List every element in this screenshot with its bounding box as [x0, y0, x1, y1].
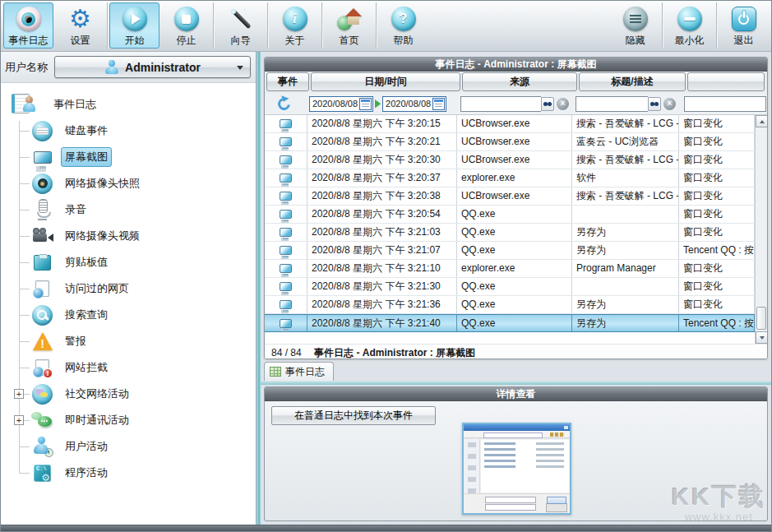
tree-root-event-log-root[interactable]: 事件日志 — [1, 91, 256, 118]
cell-desc: 窗口变化 — [679, 151, 755, 169]
cell-source: UCBrowser.exe — [457, 187, 572, 205]
title-filter-input[interactable] — [576, 96, 648, 112]
log-row[interactable]: 2020/8/8 星期六 下午 3:20:21UCBrowser.exe蓝奏云 … — [265, 133, 755, 151]
cell-source: explorer.exe — [457, 169, 572, 187]
help-icon: ? — [390, 6, 418, 32]
sidebar-item-visited-webpages[interactable]: 访问过的网页 — [1, 275, 256, 302]
log-row[interactable]: 2020/8/8 星期六 下午 3:20:54QQ.exe窗口变化 — [265, 206, 755, 224]
horizontal-splitter[interactable] — [261, 382, 771, 385]
toolbar-button-hide[interactable]: 隐藏 — [610, 2, 660, 49]
monitor-event-icon — [280, 155, 292, 164]
sidebar-item-search-queries[interactable]: 搜索查询 — [1, 302, 256, 328]
toolbar-divider — [376, 2, 377, 49]
date-from-field[interactable]: 2020/08/08 — [309, 96, 373, 112]
toolbar-divider — [662, 2, 663, 49]
event-screenshot-thumbnail[interactable] — [462, 423, 571, 515]
user-name-label: 用户名称 — [5, 60, 54, 75]
log-row[interactable]: 2020/8/8 星期六 下午 3:21:10explorer.exeProgr… — [265, 260, 755, 278]
log-row[interactable]: 2020/8/8 星期六 下午 3:21:40QQ.exe另存为Tencent … — [265, 314, 755, 332]
expand-icon[interactable]: + — [14, 415, 24, 425]
sidebar-item-social-network-activity[interactable]: +社交网络活动 — [1, 381, 256, 407]
log-row[interactable]: 2020/8/8 星期六 下午 3:20:15UCBrowser.exe搜索 -… — [265, 115, 755, 133]
clear-icon[interactable]: × — [663, 98, 676, 110]
date-to-field[interactable]: 2020/08/08 — [382, 96, 446, 112]
sidebar-item-keyboard-events[interactable]: 键盘事件 — [1, 118, 256, 144]
cell-source: UCBrowser.exe — [457, 115, 572, 132]
home-icon — [335, 6, 363, 32]
cell-datetime: 2020/8/8 星期六 下午 3:21:30 — [307, 278, 457, 295]
log-row[interactable]: 2020/8/8 星期六 下午 3:20:30UCBrowser.exe搜索 -… — [265, 151, 755, 169]
sidebar-item-audio-recording[interactable]: 录音 — [1, 197, 256, 223]
find-event-button[interactable]: 在普通日志中找到本次事件 — [271, 406, 436, 425]
sidebar-item-webcam-snapshots[interactable]: 网络摄像头快照 — [1, 170, 256, 197]
toolbar-button-wizard[interactable]: 向导 — [215, 2, 266, 49]
cell-datetime: 2020/8/8 星期六 下午 3:20:54 — [307, 206, 457, 223]
toolbar-button-home[interactable]: 首页 — [324, 2, 374, 49]
column-header-event[interactable]: 事件 — [266, 72, 309, 91]
cell-event — [265, 206, 307, 223]
column-header-cell-source: 来源 — [462, 72, 577, 92]
window-statusbar — [1, 525, 771, 531]
toolbar-button-start[interactable]: 开始 — [109, 2, 159, 49]
sidebar-item-screenshots[interactable]: 屏幕截图 — [1, 144, 256, 170]
status-line: 84 / 84 事件日志 - Administrator : 屏幕截图 — [265, 344, 767, 359]
clear-icon[interactable]: × — [557, 98, 569, 110]
toolbar-button-stop[interactable]: 停止 — [161, 2, 211, 49]
vertical-scrollbar[interactable] — [755, 115, 767, 344]
log-row[interactable]: 2020/8/8 星期六 下午 3:21:36QQ.exe另存为窗口变化 — [265, 296, 755, 314]
toolbar-button-exit[interactable]: 退出 — [719, 2, 769, 49]
tab-event-log[interactable]: 事件日志 — [264, 362, 334, 381]
sidebar-item-clipboard-values[interactable]: 剪贴板值 — [1, 249, 256, 275]
cell-desc: 窗口变化 — [679, 169, 755, 187]
filter-cell-source: × — [459, 96, 574, 112]
scroll-up-button[interactable] — [756, 115, 768, 127]
cell-title: 另存为 — [572, 242, 679, 259]
sidebar-item-im-activity[interactable]: +即时通讯活动 — [1, 407, 256, 433]
cell-datetime: 2020/8/8 星期六 下午 3:20:30 — [307, 151, 457, 169]
user-select[interactable]: Administrator — [54, 56, 251, 78]
thumb-dialog-titlebar — [464, 424, 570, 431]
column-header-source[interactable]: 来源 — [462, 72, 577, 91]
cell-title: 搜索 - 吾爱破解 - LCG - l — [572, 151, 679, 169]
program-icon: C:\⚙ — [31, 462, 53, 484]
column-header-cell-desc — [687, 72, 765, 92]
scrollbar-thumb[interactable] — [756, 307, 766, 330]
sidebar-item-user-activity[interactable]: 用户活动 — [1, 433, 256, 460]
toolbar-button-event-log[interactable]: 事件日志 — [3, 2, 53, 49]
refresh-icon[interactable] — [275, 95, 293, 113]
calendar-icon[interactable] — [359, 98, 372, 110]
cell-title — [572, 278, 679, 295]
source-filter-input[interactable] — [460, 96, 541, 112]
log-row[interactable]: 2020/8/8 星期六 下午 3:20:37explorer.exe软件窗口变… — [265, 169, 755, 187]
toolbar-divider — [107, 2, 108, 49]
cell-source: QQ.exe — [457, 242, 572, 259]
desc-filter-input[interactable] — [684, 96, 766, 112]
find-icon[interactable] — [648, 97, 661, 111]
expand-icon[interactable]: + — [14, 389, 24, 399]
sidebar-item-label: 访问过的网页 — [61, 279, 133, 298]
scroll-down-button[interactable] — [756, 331, 768, 344]
cell-datetime: 2020/8/8 星期六 下午 3:20:38 — [307, 187, 457, 205]
toolbar-button-minimize[interactable]: 最小化 — [664, 2, 714, 49]
sidebar-item-webcam-video[interactable]: 网络摄像头视频 — [1, 223, 256, 249]
column-header-desc[interactable] — [687, 72, 765, 91]
column-header-datetime[interactable]: 日期/时间 — [311, 72, 460, 91]
log-row[interactable]: 2020/8/8 星期六 下午 3:20:38UCBrowser.exe搜索 -… — [265, 187, 755, 206]
sidebar-item-website-blocking[interactable]: !网站拦截 — [1, 354, 256, 381]
eye-icon — [15, 6, 43, 32]
column-header-title[interactable]: 标题/描述 — [579, 72, 686, 91]
toolbar-button-help[interactable]: ?帮助 — [378, 2, 428, 49]
find-icon[interactable] — [541, 97, 554, 111]
toolbar-divider — [716, 2, 717, 49]
calendar-icon[interactable] — [432, 98, 445, 110]
toolbar-button-about[interactable]: i关于 — [270, 2, 320, 49]
log-row[interactable]: 2020/8/8 星期六 下午 3:21:07QQ.exe另存为Tencent … — [265, 242, 755, 260]
log-row[interactable]: 2020/8/8 星期六 下午 3:21:03QQ.exe另存为窗口变化 — [265, 224, 755, 242]
sidebar-item-alerts[interactable]: 警报 — [1, 328, 256, 354]
log-row[interactable]: 2020/8/8 星期六 下午 3:21:30QQ.exe窗口变化 — [265, 278, 755, 296]
toolbar-button-label: 事件日志 — [9, 34, 49, 48]
monitor-event-icon — [280, 210, 292, 219]
sidebar-item-program-activity[interactable]: C:\⚙程序活动 — [1, 460, 256, 486]
cell-source: UCBrowser.exe — [457, 133, 572, 150]
toolbar-button-settings[interactable]: ⚙设置 — [55, 2, 105, 49]
